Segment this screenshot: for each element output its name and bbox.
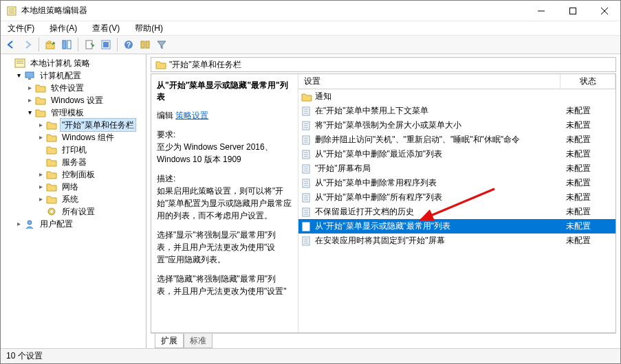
requirements-label: 要求:	[157, 128, 292, 141]
list-item-state: 未配置	[560, 120, 615, 131]
tree-computer-config[interactable]: ▾ 计算机配置	[2, 69, 146, 82]
folder-icon	[35, 108, 46, 117]
computer-icon	[24, 71, 35, 80]
app-window: 本地组策略编辑器 文件(F) 操作(A) 查看(V) 帮助(H)	[0, 0, 621, 364]
chevron-right-icon[interactable]: ▸	[36, 193, 45, 205]
tree-software-settings[interactable]: ▸ 软件设置	[2, 82, 146, 94]
list-item-state: 未配置	[560, 220, 615, 232]
folder-icon	[35, 95, 46, 105]
tree-network[interactable]: ▸ 网络	[2, 181, 146, 193]
tree-windows-components[interactable]: ▸ Windows 组件	[2, 131, 146, 144]
show-hide-tree-button[interactable]	[59, 37, 74, 52]
minimize-button[interactable]	[525, 1, 557, 21]
list-item-label: 不保留最近打开文档的历史	[315, 206, 414, 218]
list-item-label: 在安装应用时将其固定到"开始"屏幕	[315, 235, 445, 247]
list-item[interactable]: 将"开始"菜单强制为全屏大小或菜单大小未配置	[298, 118, 615, 133]
settings-list: 设置 状态 通知	[298, 74, 615, 332]
list-item-state: 未配置	[560, 163, 615, 174]
tab-extended[interactable]: 扩展	[155, 334, 184, 348]
tree-root[interactable]: 本地计算机 策略	[2, 57, 146, 69]
forward-button[interactable]	[20, 37, 35, 52]
refresh-button[interactable]	[98, 37, 113, 52]
path-title: "开始"菜单和任务栏	[169, 59, 241, 71]
chevron-right-icon[interactable]: ▸	[36, 119, 45, 131]
chevron-right-icon[interactable]: ▸	[25, 82, 34, 94]
chevron-right-icon[interactable]: ▸	[36, 131, 45, 144]
menu-file[interactable]: 文件(F)	[3, 22, 39, 35]
menu-help[interactable]: 帮助(H)	[131, 22, 167, 35]
tree-label: "开始"菜单和任务栏	[60, 118, 136, 132]
toolbar-separator	[117, 38, 118, 52]
tree-all-settings[interactable]: 所有设置	[2, 205, 146, 218]
folder-icon	[35, 83, 46, 93]
list-item[interactable]: 从"开始"菜单显示或隐藏"最常用"列表未配置	[298, 219, 615, 234]
svg-point-24	[50, 210, 53, 213]
policy-item-icon	[301, 120, 312, 131]
list-item-state: 未配置	[560, 206, 615, 218]
list-item-state: 未配置	[560, 235, 615, 247]
list-item-label: "开始"屏幕布局	[315, 163, 371, 174]
nav-tree[interactable]: 本地计算机 策略 ▾ 计算机配置 ▸ 软件设置 ▸	[1, 54, 146, 348]
list-item[interactable]: 从"开始"菜单中删除"最近添加"列表未配置	[298, 147, 615, 161]
tree-printers[interactable]: 打印机	[2, 144, 146, 156]
list-rows[interactable]: 通知 在"开始"菜单中禁用上下文菜单未配置将"开始"菜单强制为全屏大小或菜单大小…	[298, 89, 615, 332]
tree-windows-settings[interactable]: ▸ Windows 设置	[2, 94, 146, 106]
tree-user-config[interactable]: ▸ 用户配置	[2, 218, 146, 230]
folder-icon	[46, 182, 57, 192]
up-button[interactable]	[43, 37, 58, 52]
list-item[interactable]: 从"开始"菜单中删除"所有程序"列表未配置	[298, 190, 615, 205]
tree-admin-templates[interactable]: ▾ 管理模板	[2, 106, 146, 119]
chevron-right-icon[interactable]: ▸	[14, 218, 23, 230]
settings-icon	[46, 207, 57, 216]
svg-rect-10	[67, 41, 71, 49]
tab-standard[interactable]: 标准	[184, 334, 213, 348]
tree-label: 软件设置	[49, 82, 86, 94]
properties-button[interactable]	[138, 37, 153, 52]
list-item-state: 未配置	[560, 192, 615, 203]
column-setting[interactable]: 设置	[298, 74, 560, 89]
close-button[interactable]	[589, 1, 620, 21]
help-button[interactable]: ?	[121, 37, 136, 52]
body: 本地计算机 策略 ▾ 计算机配置 ▸ 软件设置 ▸	[1, 54, 620, 348]
svg-rect-16	[141, 41, 144, 48]
export-button[interactable]	[82, 37, 97, 52]
tree-label: 系统	[60, 193, 80, 205]
chevron-down-icon[interactable]: ▾	[14, 69, 23, 82]
policy-item-icon	[301, 178, 312, 189]
folder-icon	[301, 91, 312, 102]
folder-icon	[46, 194, 57, 204]
list-item[interactable]: 从"开始"菜单中删除常用程序列表未配置	[298, 176, 615, 190]
policy-item-icon	[301, 207, 312, 218]
tree-server[interactable]: 服务器	[2, 156, 146, 168]
menu-action[interactable]: 操作(A)	[45, 22, 81, 35]
list-item[interactable]: 在安装应用时将其固定到"开始"屏幕未配置	[298, 234, 615, 248]
list-item-label: 删除并阻止访问"关机"、"重新启动"、"睡眠"和"休眠"命令	[315, 134, 520, 146]
list-item[interactable]: "开始"屏幕布局未配置	[298, 161, 615, 176]
right-body: 从"开始"菜单显示或隐藏"最常用"列表 编辑 策略设置 要求: 至少为 Wind…	[151, 73, 616, 333]
list-item[interactable]: 不保留最近打开文档的历史未配置	[298, 205, 615, 219]
list-group-row[interactable]: 通知	[298, 89, 615, 104]
tree-system[interactable]: ▸ 系统	[2, 193, 146, 205]
tree-start-taskbar[interactable]: ▸ "开始"菜单和任务栏	[2, 119, 146, 131]
svg-point-25	[28, 220, 32, 225]
list-item[interactable]: 在"开始"菜单中禁用上下文菜单未配置	[298, 104, 615, 118]
svg-rect-11	[86, 41, 92, 49]
tree-label: 计算机配置	[38, 69, 83, 82]
policy-item-icon	[301, 236, 312, 247]
list-item-state: 未配置	[560, 148, 615, 160]
tree-control-panel[interactable]: ▸ 控制面板	[2, 168, 146, 181]
filter-button[interactable]	[154, 37, 169, 52]
maximize-button[interactable]	[557, 1, 589, 21]
edit-prefix: 编辑	[157, 111, 173, 120]
column-state[interactable]: 状态	[560, 74, 615, 89]
menu-view[interactable]: 查看(V)	[88, 22, 124, 35]
chevron-right-icon[interactable]: ▸	[36, 168, 45, 181]
chevron-right-icon[interactable]: ▸	[36, 181, 45, 193]
chevron-down-icon[interactable]: ▾	[25, 106, 34, 119]
list-item[interactable]: 删除并阻止访问"关机"、"重新启动"、"睡眠"和"休眠"命令未配置	[298, 133, 615, 147]
edit-policy-link[interactable]: 策略设置	[175, 111, 208, 120]
toolbar-separator	[78, 38, 78, 52]
detail-pane: 从"开始"菜单显示或隐藏"最常用"列表 编辑 策略设置 要求: 至少为 Wind…	[151, 74, 298, 332]
back-button[interactable]	[3, 37, 19, 52]
chevron-right-icon[interactable]: ▸	[25, 94, 34, 106]
